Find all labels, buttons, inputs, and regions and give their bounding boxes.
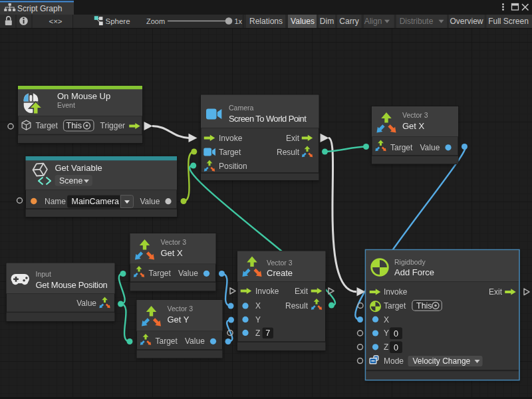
svg-text:Vector 3: Vector 3 (267, 259, 293, 267)
svg-text:Zoom: Zoom (146, 17, 165, 25)
svg-text:Screen To World Point: Screen To World Point (229, 114, 307, 124)
svg-text:Exit: Exit (489, 287, 503, 297)
svg-text:X: X (255, 301, 261, 311)
svg-text:Position: Position (219, 162, 247, 171)
svg-text:Distribute: Distribute (400, 17, 434, 26)
svg-text:Result: Result (277, 148, 300, 157)
svg-text:On Mouse Up: On Mouse Up (57, 91, 110, 101)
svg-text:Value: Value (76, 299, 96, 308)
svg-text:Name: Name (45, 197, 66, 206)
svg-text:<×>: <×> (49, 17, 62, 25)
svg-text:Camera: Camera (229, 104, 254, 112)
svg-text:Get Mouse Position: Get Mouse Position (36, 280, 108, 290)
svg-text:Target: Target (149, 269, 172, 278)
svg-text:Exit: Exit (295, 287, 309, 296)
svg-text:0: 0 (394, 343, 398, 352)
svg-text:Target: Target (156, 336, 178, 346)
svg-text:Target: Target (36, 121, 59, 130)
svg-text:Value: Value (140, 197, 160, 206)
svg-text:Invoke: Invoke (384, 287, 408, 297)
svg-text:Event: Event (57, 101, 75, 109)
svg-text:Y: Y (255, 315, 261, 325)
svg-text:Value: Value (178, 269, 198, 278)
svg-text:Invoke: Invoke (219, 134, 243, 143)
svg-text:Overview: Overview (450, 17, 483, 26)
svg-text:Value: Value (185, 336, 205, 346)
svg-text:Vector 3: Vector 3 (168, 305, 194, 313)
svg-text:Get X: Get X (161, 248, 184, 258)
svg-text:Scene: Scene (59, 176, 82, 186)
svg-text:Result: Result (285, 301, 309, 311)
svg-text:This: This (66, 121, 82, 130)
svg-text:Values: Values (291, 17, 315, 26)
svg-text:Target: Target (390, 143, 413, 152)
svg-text:Get Variable: Get Variable (55, 163, 102, 173)
svg-text:Carry: Carry (339, 17, 358, 26)
svg-text:Relations: Relations (249, 17, 283, 26)
svg-text:Full Screen: Full Screen (488, 17, 529, 26)
svg-text:X: X (384, 315, 389, 325)
svg-text:Velocity Change: Velocity Change (413, 356, 471, 366)
svg-text:0: 0 (394, 329, 398, 338)
svg-text:Input: Input (36, 270, 51, 278)
svg-text:Sphere: Sphere (106, 17, 130, 25)
svg-text:Rigidbody: Rigidbody (394, 258, 426, 266)
svg-text:Z: Z (255, 329, 260, 338)
svg-text:Align: Align (364, 17, 382, 26)
svg-text:Z: Z (384, 342, 388, 352)
svg-text:Script Graph: Script Graph (17, 4, 62, 13)
svg-text:Create: Create (267, 268, 293, 278)
svg-text:This: This (416, 301, 432, 311)
svg-text:MainCamera: MainCamera (72, 197, 120, 206)
svg-text:Invoke: Invoke (255, 287, 279, 296)
svg-text:Mode: Mode (384, 356, 404, 366)
svg-text:Y: Y (384, 329, 389, 338)
svg-text:Exit: Exit (286, 134, 300, 143)
svg-text:Dim: Dim (320, 17, 334, 26)
svg-text:Get Y: Get Y (168, 315, 190, 325)
svg-text:Vector 3: Vector 3 (161, 238, 187, 246)
svg-text:Value: Value (420, 143, 440, 152)
svg-text:Vector 3: Vector 3 (402, 111, 428, 119)
svg-text:Target: Target (219, 148, 241, 157)
svg-text:Trigger: Trigger (100, 121, 126, 130)
svg-text:Add Force: Add Force (394, 267, 434, 277)
svg-text:1x: 1x (235, 17, 243, 25)
svg-text:7: 7 (265, 329, 270, 338)
svg-text:Get X: Get X (402, 121, 425, 131)
svg-text:Target: Target (384, 301, 406, 311)
